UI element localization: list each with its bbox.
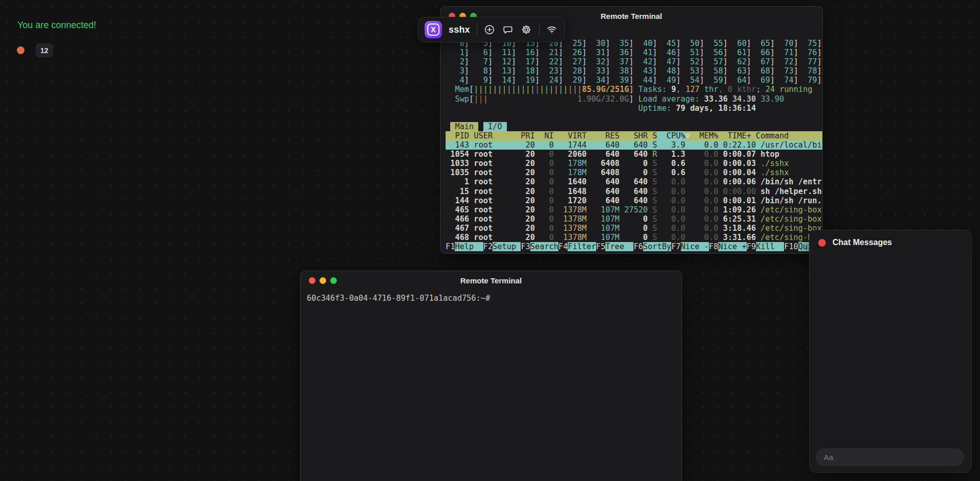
fkey-F4[interactable]: F4Filter bbox=[558, 242, 596, 251]
process-table-header[interactable]: PID USER PRI NI VIRT RES SHR S bbox=[446, 131, 657, 140]
terminal-text: 640 bbox=[620, 150, 648, 159]
terminal-text: ] bbox=[794, 76, 798, 85]
terminal-text: 9 bbox=[469, 76, 488, 85]
terminal-text: ] bbox=[747, 39, 751, 48]
fkey-F9[interactable]: F9Kill bbox=[747, 242, 785, 251]
terminal-text: 0.0 bbox=[685, 205, 718, 214]
terminal-text: 6408 bbox=[586, 159, 619, 168]
terminal-text: 0:00.01 bbox=[718, 196, 756, 205]
terminal-text: S bbox=[648, 214, 657, 224]
terminal-text: ] bbox=[629, 57, 633, 66]
column-cpu-sort[interactable]: CPU% bbox=[657, 131, 685, 140]
fkey-F6[interactable]: F6SortBy bbox=[633, 242, 671, 251]
terminal-text: 0.0 bbox=[685, 159, 718, 168]
terminal-text: 79 days, 18:36:14 bbox=[676, 104, 756, 113]
chat-message-input[interactable] bbox=[816, 448, 964, 466]
process-row-468: 468 root 20 0 1378M 107M 0 S 0.0 0.0 3:3… bbox=[446, 233, 823, 242]
terminal-text: | bbox=[497, 85, 502, 94]
terminal-text: 20 bbox=[516, 233, 535, 242]
terminal-text: ./sshx bbox=[756, 168, 789, 177]
terminal-text: | bbox=[526, 85, 530, 94]
terminal-text: 468 bbox=[446, 233, 469, 242]
terminal-text: Tasks: bbox=[639, 85, 671, 94]
terminal-text: ] bbox=[817, 76, 822, 85]
terminal-text: Mem bbox=[455, 85, 469, 94]
chat-button[interactable] bbox=[502, 23, 514, 36]
terminal-text: 55 bbox=[704, 39, 723, 48]
terminal-text: 0.0 bbox=[657, 187, 685, 196]
chat-status-dot bbox=[818, 239, 826, 247]
terminal-text: | bbox=[530, 85, 535, 94]
terminal-text: ] bbox=[629, 66, 633, 76]
terminal-text: 0.6 bbox=[657, 159, 685, 168]
terminal-text: running bbox=[775, 85, 813, 94]
terminal-text: ] bbox=[817, 39, 822, 48]
terminal-text: 76 bbox=[798, 48, 817, 57]
fkey-label: Setup bbox=[493, 242, 521, 251]
terminal-text: 2060 bbox=[554, 150, 586, 159]
terminal-text: ] bbox=[770, 48, 775, 57]
fkey-label: Tree bbox=[605, 242, 633, 251]
network-status-button[interactable] bbox=[546, 23, 558, 36]
terminal-text: | bbox=[521, 85, 525, 94]
terminal-text: | bbox=[554, 85, 558, 94]
terminal-text: root bbox=[469, 196, 516, 205]
fkey-F8[interactable]: F8Nice + bbox=[709, 242, 747, 251]
terminal-text: 0.0 bbox=[657, 196, 685, 205]
settings-button[interactable] bbox=[521, 23, 532, 36]
terminal-text: 0 bbox=[535, 159, 554, 168]
terminal-text: root bbox=[469, 233, 516, 242]
terminal-text: 1720 bbox=[554, 196, 586, 205]
terminal-text: ] bbox=[582, 66, 586, 76]
chat-panel: Chat Messages bbox=[809, 230, 972, 473]
terminal-text: 11 bbox=[493, 48, 511, 57]
terminal-text: 107M bbox=[586, 214, 619, 224]
shell-prompt[interactable]: 60c346f3-0a04-4716-89f1-071a1acad756:~# bbox=[307, 293, 490, 303]
terminal-text: ] bbox=[652, 76, 657, 85]
fkey-F2[interactable]: F2Setup bbox=[483, 242, 521, 251]
terminal-text: root bbox=[469, 205, 516, 214]
terminal-text: F5 bbox=[596, 242, 605, 251]
terminal-text: 0.0 bbox=[685, 224, 718, 233]
process-table-header[interactable]: MEM% TIME+ Command bbox=[690, 131, 789, 140]
htop-terminal-window[interactable]: Remote Terminal 0] 5] 10] 15] 20] 25] 30… bbox=[440, 6, 823, 254]
terminal-text: ] bbox=[652, 57, 657, 66]
terminal-text: 57 bbox=[704, 57, 723, 66]
fkey-F3[interactable]: F3Search bbox=[521, 242, 558, 251]
tab-io[interactable]: I/O bbox=[483, 122, 507, 131]
htop-screen[interactable]: 0] 5] 10] 15] 20] 25] 30] 35] 40] 45] 50… bbox=[446, 39, 823, 251]
terminal-text: root bbox=[469, 159, 516, 168]
terminal-text: 0.0 bbox=[685, 187, 718, 196]
terminal-text: 27 bbox=[563, 57, 582, 66]
tab-main[interactable]: Main bbox=[450, 122, 478, 131]
terminal-text: 1033 bbox=[446, 159, 469, 168]
terminal-text: 32 bbox=[586, 57, 605, 66]
terminal-text: 15 bbox=[446, 187, 469, 196]
fkey-F1[interactable]: F1Help bbox=[446, 242, 483, 251]
terminal-text: 6408 bbox=[586, 168, 619, 177]
terminal-text: | bbox=[483, 94, 488, 104]
terminal-titlebar[interactable]: Remote Terminal bbox=[301, 271, 681, 290]
user-count-badge[interactable]: 12 bbox=[36, 43, 53, 57]
toolbar-divider bbox=[539, 23, 540, 36]
terminal-text: 107M bbox=[586, 224, 619, 233]
terminal-text bbox=[446, 122, 450, 131]
toolbar-divider bbox=[477, 23, 477, 36]
terminal-text: ] bbox=[723, 48, 728, 57]
terminal-text: , bbox=[718, 85, 727, 94]
terminal-text bbox=[446, 104, 639, 113]
terminal-text: ] bbox=[676, 48, 680, 57]
terminal-text: 44 bbox=[634, 76, 653, 85]
terminal-text: /etc/sing-box bbox=[756, 214, 822, 224]
fkey-F7[interactable]: F7Nice - bbox=[671, 242, 709, 251]
sshx-logo-icon[interactable]: X bbox=[425, 21, 442, 38]
fkey-F5[interactable]: F5Tree bbox=[596, 242, 634, 251]
terminal-text: 28 bbox=[563, 66, 582, 76]
shell-terminal-window[interactable]: Remote Terminal 60c346f3-0a04-4716-89f1-… bbox=[300, 271, 682, 481]
terminal-text: 0.0 bbox=[657, 233, 685, 242]
terminal-text: 37 bbox=[610, 57, 629, 66]
terminal-text: 36 bbox=[610, 48, 629, 57]
terminal-text: 42 bbox=[634, 57, 653, 66]
terminal-text: ] bbox=[652, 66, 657, 76]
new-terminal-button[interactable] bbox=[484, 23, 496, 36]
